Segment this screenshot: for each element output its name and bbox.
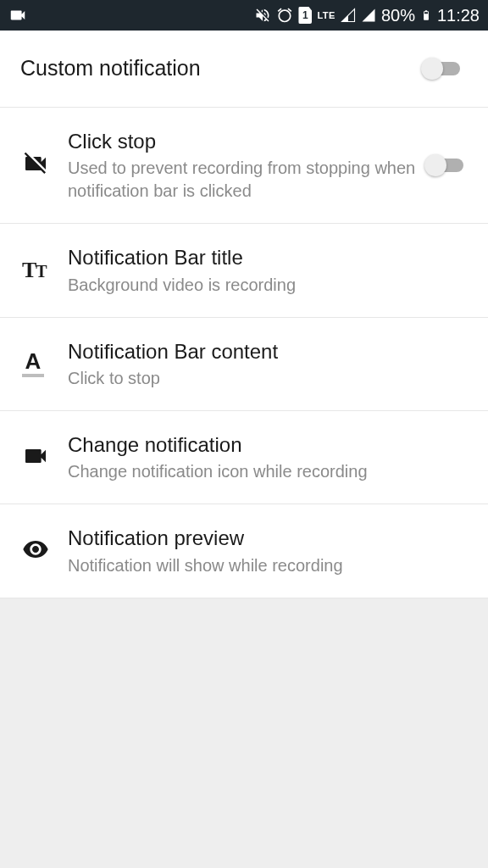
network-label: LTE xyxy=(317,10,335,20)
alarm-icon xyxy=(276,7,293,24)
setting-title: Click stop xyxy=(68,128,417,155)
videocam-off-icon xyxy=(22,150,49,181)
setting-title: Notification Bar title xyxy=(68,244,471,271)
bar-content-row[interactable]: A Notification Bar content Click to stop xyxy=(0,318,488,411)
signal-icon-2 xyxy=(361,8,376,23)
click-stop-toggle[interactable] xyxy=(424,157,463,174)
setting-title: Custom notification xyxy=(20,54,413,83)
svg-rect-0 xyxy=(424,12,428,14)
notification-preview-row[interactable]: Notification preview Notification will s… xyxy=(0,504,488,598)
setting-subtitle: Change notification icon while recording xyxy=(68,460,471,483)
setting-subtitle: Used to prevent recording from stopping … xyxy=(68,157,417,203)
text-format-icon: TT xyxy=(22,258,47,283)
change-notification-row[interactable]: Change notification Change notification … xyxy=(0,411,488,504)
click-stop-row[interactable]: Click stop Used to prevent recording fro… xyxy=(0,108,488,224)
battery-percentage: 80% xyxy=(381,6,415,25)
settings-list: Custom notification Click stop Used to p… xyxy=(0,31,488,598)
videocam-icon xyxy=(8,6,27,25)
setting-title: Notification Bar content xyxy=(68,338,471,365)
custom-notification-toggle[interactable] xyxy=(421,60,460,77)
videocam-icon xyxy=(22,442,49,473)
setting-subtitle: Click to stop xyxy=(68,367,471,390)
clock: 11:28 xyxy=(437,6,480,25)
mute-icon xyxy=(254,7,271,24)
text-style-icon: A xyxy=(22,350,44,377)
setting-title: Change notification xyxy=(68,431,471,459)
battery-icon xyxy=(420,6,432,25)
eye-icon xyxy=(22,536,49,566)
status-bar: 1 LTE 80% 11:28 xyxy=(0,0,488,31)
signal-icon-1 xyxy=(341,8,356,23)
setting-subtitle: Notification will show while recording xyxy=(68,554,471,577)
setting-title: Notification preview xyxy=(68,525,471,552)
sim-icon: 1 xyxy=(298,7,312,24)
setting-subtitle: Background video is recording xyxy=(68,274,471,297)
custom-notification-row[interactable]: Custom notification xyxy=(0,31,488,108)
bar-title-row[interactable]: TT Notification Bar title Background vid… xyxy=(0,224,488,317)
